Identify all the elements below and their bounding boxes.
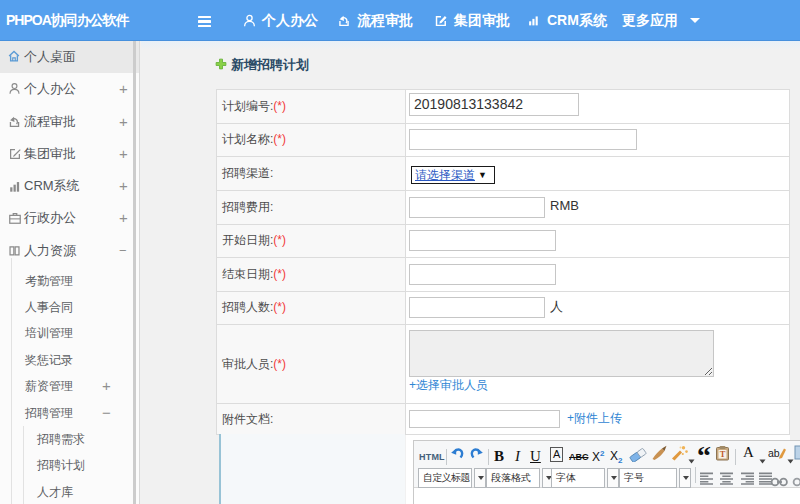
svg-text:ab: ab (768, 447, 780, 459)
svg-text:T: T (720, 449, 726, 459)
